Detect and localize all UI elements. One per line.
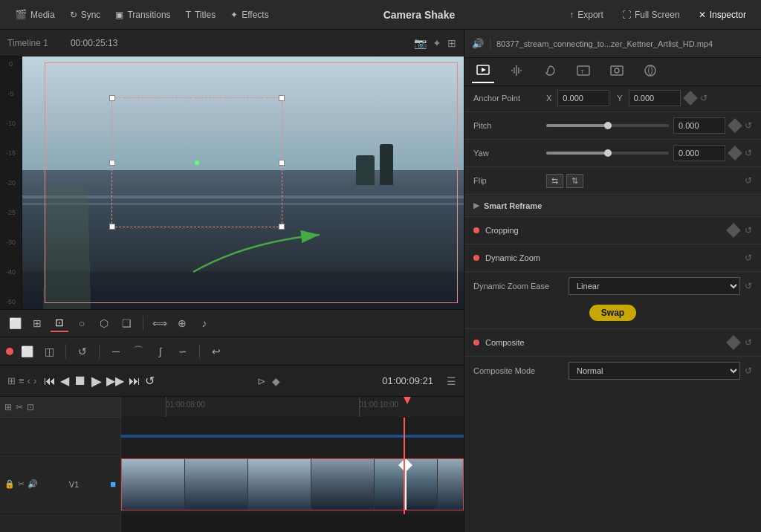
cropping-dot[interactable]	[473, 227, 479, 233]
transform-tool[interactable]: ⊡	[51, 314, 68, 332]
arrow-right-icon[interactable]: ›	[33, 375, 36, 386]
tab-speed[interactable]: T	[572, 61, 595, 82]
inspector-volume-icon[interactable]: 🔊	[472, 38, 484, 49]
cropping-keyframe-diamond[interactable]	[726, 223, 741, 238]
line-curve3[interactable]: ∽	[174, 343, 192, 360]
crop-tool[interactable]: ⬜	[6, 314, 24, 332]
transitions-button[interactable]: ▣ Transitions	[108, 10, 178, 20]
tab-color[interactable]	[539, 61, 561, 82]
audio-tool[interactable]: ♪	[195, 314, 213, 332]
insert-icon[interactable]: ◫	[40, 343, 58, 360]
pitch-slider[interactable]	[546, 124, 669, 127]
play-button[interactable]: ▶	[91, 373, 102, 389]
export-button[interactable]: ↑ Export	[562, 10, 611, 20]
razor-tool[interactable]: ✂	[16, 402, 23, 412]
flip-label: Flip	[473, 176, 540, 185]
composite-dot[interactable]	[473, 340, 479, 346]
stop-button[interactable]: ⏹	[74, 373, 87, 389]
fullscreen-button[interactable]: ⛶ Full Screen	[615, 10, 687, 20]
camera-icon[interactable]: 📷	[414, 37, 427, 49]
pitch-input[interactable]	[673, 117, 725, 134]
loop-button[interactable]: ↺	[145, 374, 155, 388]
timeline-tool3[interactable]: ⊡	[27, 402, 34, 412]
dynamic-zoom-ease-select[interactable]: Linear Normal	[569, 277, 740, 295]
playhead-line	[404, 418, 405, 514]
prev-button[interactable]: ◀	[60, 374, 69, 388]
trim-icon[interactable]: ⬜	[18, 343, 36, 360]
composite-mode-select[interactable]: Normal Multiply Screen Overlay	[569, 362, 740, 380]
line-straight[interactable]: ─	[107, 343, 125, 360]
split-tool[interactable]: ⟺	[151, 314, 169, 332]
layout-icon[interactable]: ⊞	[447, 37, 456, 49]
yaw-keyframe-diamond[interactable]	[728, 146, 742, 160]
dynamic-zoom-ease-label: Dynamic Zoom Ease	[473, 282, 563, 291]
divider3	[464, 166, 761, 167]
smart-reframe-section[interactable]: ▶ Smart Reframe	[464, 196, 761, 215]
anchor-point-value: X Y ↺	[546, 90, 752, 106]
timeline-tab[interactable]: Timeline 1	[7, 38, 48, 48]
pitch-keyframe-diamond[interactable]	[728, 118, 742, 133]
sep2	[65, 344, 66, 359]
flip-reset-icon[interactable]: ↺	[745, 175, 752, 186]
lock-icon[interactable]: 🔒	[4, 479, 15, 489]
dynamic-zoom-reset-icon[interactable]: ↺	[745, 253, 752, 263]
dynamic-zoom-dot[interactable]	[473, 255, 479, 261]
marker-icon[interactable]: ⊳	[257, 375, 266, 387]
yaw-slider[interactable]	[546, 152, 669, 155]
tab-audio[interactable]	[505, 61, 528, 82]
line-curve2[interactable]: ∫	[152, 343, 169, 360]
anchor-x-input[interactable]	[557, 90, 609, 106]
3d-tool[interactable]: ❑	[117, 314, 135, 332]
pitch-reset-icon[interactable]: ↺	[745, 120, 752, 131]
anchor-reset-icon[interactable]: ↺	[700, 93, 707, 103]
magic-icon[interactable]: ✦	[433, 37, 441, 49]
arrow-left-icon[interactable]: ‹	[27, 375, 30, 386]
playback-marker-button[interactable]: ⊳ ◆	[162, 375, 375, 387]
trim-tool[interactable]: ⊞	[28, 314, 46, 332]
anchor-keyframe-diamond[interactable]	[683, 91, 698, 106]
add-track-icon[interactable]: ⊞	[7, 375, 16, 386]
tab-stabilize[interactable]	[606, 61, 628, 82]
flip-v-button[interactable]: ⇅	[566, 174, 583, 188]
sync-button[interactable]: ↻ Sync	[62, 10, 109, 20]
flip-h-button[interactable]: ⇆	[546, 174, 563, 188]
go-end-button[interactable]: ⏭	[129, 374, 140, 388]
media-button[interactable]: 🎬 Media	[7, 9, 62, 20]
visibility-icon[interactable]: ✂	[18, 479, 25, 489]
record-button[interactable]	[6, 348, 13, 355]
video-clip[interactable]	[121, 458, 464, 510]
effects-button[interactable]: ✦ Effects	[223, 10, 276, 20]
tab-360[interactable]	[639, 61, 661, 82]
composite-reset-icon[interactable]: ↺	[745, 337, 752, 348]
titles-button[interactable]: T Titles	[178, 10, 224, 20]
composite-keyframe-diamond[interactable]	[726, 335, 741, 350]
inspector-button[interactable]: ✕ Inspector	[691, 10, 754, 20]
svg-rect-5	[611, 66, 623, 75]
tab-video[interactable]	[472, 60, 494, 83]
multi-tool[interactable]: ⊕	[173, 314, 191, 332]
adjust-tool[interactable]: ⬡	[95, 314, 113, 332]
track-color-box[interactable]: ■	[110, 479, 116, 490]
divider8	[464, 328, 761, 329]
settings-icon[interactable]: ☰	[447, 375, 456, 387]
snap-tool[interactable]: ⊞	[4, 402, 12, 412]
undo-icon[interactable]: ↩	[207, 343, 225, 360]
go-start-button[interactable]: ⏮	[44, 374, 56, 388]
effects-icon: ✦	[230, 10, 238, 20]
yaw-input[interactable]	[673, 145, 725, 161]
next-button[interactable]: ▶▶	[106, 374, 124, 388]
yaw-reset-icon[interactable]: ↺	[745, 148, 752, 158]
clip-frame-4	[311, 459, 375, 510]
circle-tool[interactable]: ○	[73, 314, 91, 332]
cropping-reset-icon[interactable]: ↺	[745, 225, 752, 236]
dze-reset-icon[interactable]: ↺	[745, 281, 752, 291]
cm-reset-icon[interactable]: ↺	[745, 366, 752, 376]
track-options-icon[interactable]: ≡	[19, 375, 25, 386]
edit-toolbar: ⬜ ◫ ↺ ─ ⌒ ∫ ∽ ↩	[0, 337, 464, 366]
swap-button[interactable]: Swap	[589, 305, 636, 321]
keyframe-icon[interactable]: ◆	[272, 375, 280, 387]
line-curve1[interactable]: ⌒	[129, 343, 147, 360]
inspector-top-bar: 🔊 80377_stream_connecting_to...zer_Kettn…	[464, 30, 761, 58]
rotate-icon[interactable]: ↺	[74, 343, 91, 360]
anchor-y-input[interactable]	[629, 90, 681, 106]
